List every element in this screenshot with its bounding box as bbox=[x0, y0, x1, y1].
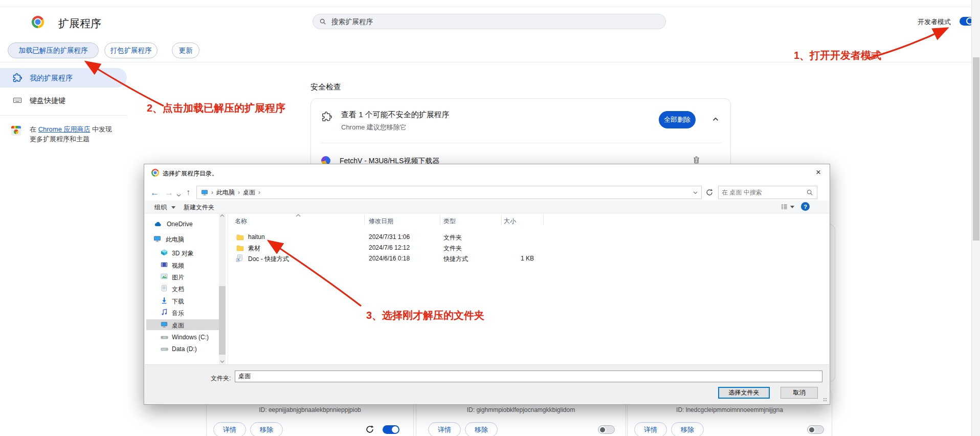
details-button[interactable]: 详情 bbox=[634, 422, 667, 436]
dialog-footer: 文件夹: 选择文件夹 取消 bbox=[145, 364, 829, 404]
dialog-search-box[interactable] bbox=[718, 186, 817, 199]
extensions-search[interactable] bbox=[313, 14, 666, 29]
tree-item-data-d[interactable]: Data (D:) bbox=[172, 345, 197, 353]
sidebar-item-label: 我的扩展程序 bbox=[30, 74, 73, 83]
details-button[interactable]: 详情 bbox=[428, 422, 461, 436]
column-header-name[interactable]: 名称 bbox=[235, 217, 247, 226]
remove-button[interactable]: 移除 bbox=[465, 422, 498, 436]
tree-item-desktop[interactable]: 桌面 bbox=[172, 321, 184, 330]
safety-message: 查看 1 个可能不安全的扩展程序 bbox=[341, 110, 450, 120]
breadcrumb-item[interactable]: 此电脑 bbox=[216, 188, 235, 197]
cancel-button[interactable]: 取消 bbox=[781, 387, 818, 399]
annotation-step1: 1、打开开发者模式 bbox=[794, 49, 881, 62]
chrome-web-store-link[interactable]: Chrome 应用商店 bbox=[38, 125, 91, 133]
forward-icon[interactable]: → bbox=[165, 188, 173, 197]
load-unpacked-button[interactable]: 加载已解压的扩展程序 bbox=[8, 42, 99, 58]
remove-button[interactable]: 移除 bbox=[250, 422, 283, 436]
scroll-down-icon[interactable] bbox=[220, 360, 225, 363]
folder-icon bbox=[236, 233, 244, 243]
search-input[interactable] bbox=[330, 17, 659, 26]
desktop-icon bbox=[161, 321, 168, 330]
extension-toggle[interactable] bbox=[383, 425, 399, 434]
tree-item-documents[interactable]: 文档 bbox=[172, 285, 184, 294]
column-header-size[interactable]: 大小 bbox=[504, 217, 516, 226]
safety-check-title: 安全检查 bbox=[310, 82, 341, 92]
tree-scrollbar[interactable] bbox=[219, 212, 226, 365]
new-folder-button[interactable]: 新建文件夹 bbox=[184, 203, 214, 212]
annotation-step2: 2、点击加载已解压的扩展程序 bbox=[147, 101, 285, 115]
dialog-search-input[interactable] bbox=[719, 189, 806, 196]
store-text-line2: 更多扩展程序和主题 bbox=[30, 135, 90, 143]
file-size: 1 KB bbox=[502, 255, 534, 262]
file-name: 素材 bbox=[248, 244, 260, 253]
keyboard-icon bbox=[13, 96, 22, 107]
file-date: 2024/7/31 1:06 bbox=[369, 233, 410, 241]
tree-item-3d-objects[interactable]: 3D 对象 bbox=[172, 249, 194, 258]
collapse-chevron-up-icon[interactable] bbox=[711, 115, 720, 126]
tree-item-onedrive[interactable]: OneDrive bbox=[167, 221, 193, 228]
page-title: 扩展程序 bbox=[58, 16, 101, 31]
file-row-sucai[interactable]: 素材 2024/7/6 12:12 文件夹 bbox=[235, 243, 542, 253]
folder-name-input[interactable] bbox=[235, 370, 822, 382]
back-icon[interactable]: ← bbox=[150, 188, 159, 197]
sidebar-item-keyboard-shortcuts[interactable]: 键盘快捷键 bbox=[0, 91, 127, 110]
history-chevron-icon[interactable] bbox=[176, 191, 182, 200]
column-header-date[interactable]: 修改日期 bbox=[369, 217, 393, 226]
music-icon bbox=[161, 309, 168, 318]
desktop-location-icon bbox=[201, 189, 208, 196]
data-d-drive-icon bbox=[161, 345, 168, 355]
resize-grip[interactable] bbox=[823, 398, 828, 402]
remove-all-button[interactable]: 全部删除 bbox=[659, 111, 696, 128]
sort-ascending-icon[interactable] bbox=[296, 214, 301, 217]
file-type: 文件夹 bbox=[443, 233, 462, 242]
chrome-logo-icon bbox=[32, 16, 44, 28]
view-mode-icon[interactable] bbox=[781, 203, 788, 212]
refresh-icon[interactable] bbox=[705, 188, 714, 199]
file-row-doc-shortcut[interactable]: Doc - 快捷方式 2024/6/16 0:18 快捷方式 1 KB bbox=[235, 253, 542, 264]
address-dropdown-icon[interactable] bbox=[693, 190, 698, 195]
tree-item-windows-c[interactable]: Windows (C:) bbox=[172, 334, 209, 341]
sidebar-item-label: 键盘快捷键 bbox=[30, 96, 65, 105]
update-button[interactable]: 更新 bbox=[172, 42, 199, 58]
store-text-prefix: 在 bbox=[30, 125, 38, 133]
tree-scrollbar-thumb[interactable] bbox=[219, 286, 226, 355]
help-icon[interactable]: ? bbox=[801, 202, 810, 211]
chrome-web-store-icon bbox=[11, 126, 21, 136]
file-name: Doc - 快捷方式 bbox=[248, 255, 289, 264]
breadcrumb[interactable]: › 此电脑 › 桌面 › bbox=[196, 186, 702, 199]
details-button[interactable]: 详情 bbox=[213, 422, 246, 436]
tree-item-downloads[interactable]: 下载 bbox=[172, 297, 184, 306]
reload-icon[interactable] bbox=[365, 425, 374, 436]
column-header-type[interactable]: 类型 bbox=[443, 217, 456, 226]
tree-item-music[interactable]: 音乐 bbox=[172, 309, 184, 318]
page-scrollbar[interactable] bbox=[971, 0, 980, 436]
file-type: 快捷方式 bbox=[443, 255, 468, 264]
extension-puzzle-icon bbox=[13, 73, 22, 84]
extension-toggle[interactable] bbox=[807, 425, 824, 434]
pack-extension-button[interactable]: 打包扩展程序 bbox=[104, 42, 158, 58]
extension-toggle[interactable] bbox=[598, 425, 615, 434]
store-text-mid: 中发现 bbox=[90, 125, 112, 133]
tree-item-this-pc[interactable]: 此电脑 bbox=[166, 235, 184, 244]
tree-item-pictures[interactable]: 图片 bbox=[172, 273, 184, 282]
scroll-up-icon[interactable] bbox=[220, 214, 225, 217]
view-dropdown-icon[interactable] bbox=[790, 206, 794, 208]
organize-dropdown-icon[interactable] bbox=[171, 206, 175, 209]
search-icon[interactable] bbox=[806, 189, 813, 196]
pictures-icon bbox=[161, 273, 168, 282]
windows-c-drive-icon bbox=[161, 334, 168, 343]
page-scrollbar-thumb[interactable] bbox=[973, 57, 979, 241]
file-row-haitun[interactable]: haitun 2024/7/31 1:06 文件夹 bbox=[235, 232, 542, 242]
3d-objects-icon bbox=[161, 249, 168, 258]
select-folder-button[interactable]: 选择文件夹 bbox=[718, 387, 770, 399]
breadcrumb-item[interactable]: 桌面 bbox=[243, 188, 255, 197]
sidebar-item-my-extensions[interactable]: 我的扩展程序 bbox=[0, 68, 127, 88]
up-icon[interactable]: ↑ bbox=[186, 188, 190, 197]
shortcut-icon bbox=[236, 254, 243, 264]
tree-item-videos[interactable]: 视频 bbox=[172, 261, 184, 270]
close-icon[interactable]: × bbox=[812, 166, 825, 179]
extension-id: ID: lnedcgcleipmmoimnnoeemmjnijjgna bbox=[628, 406, 832, 413]
remove-button[interactable]: 移除 bbox=[671, 422, 704, 436]
onedrive-icon bbox=[154, 221, 162, 230]
organize-button[interactable]: 组织 bbox=[154, 203, 167, 212]
